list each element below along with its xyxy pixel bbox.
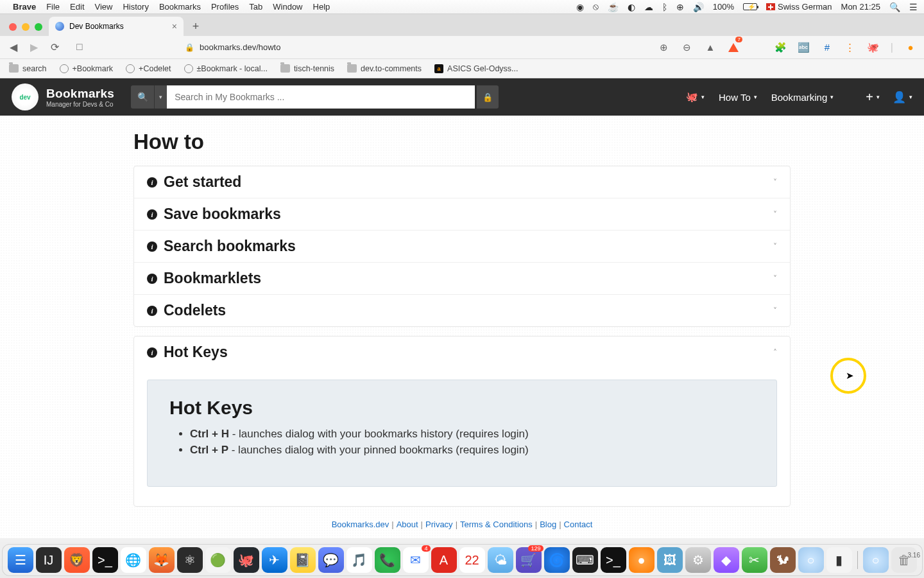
dock-app[interactable]: 🗑 [891,547,917,573]
bookmark-star-icon[interactable]: ☐ [76,42,83,52]
search-scope-dropdown[interactable]: ▾ [154,85,167,109]
reload-button[interactable]: ⟳ [49,42,60,53]
address-bar[interactable]: ☐ 🔒 bookmarks.dev/howto [69,42,649,52]
accordion-header[interactable]: iBookmarklets˅ [134,263,790,294]
dock-app[interactable]: ⚙ [685,547,711,573]
extension-icon[interactable]: # [821,42,833,53]
dock-app[interactable]: 🐿 [770,547,796,573]
accordion-header[interactable]: iSearch bookmarks˅ [134,231,790,262]
bluetooth-icon[interactable]: ᛒ [662,2,667,12]
menuextra-icon[interactable]: ◐ [628,2,635,12]
dock-app[interactable]: ⚛ [177,547,203,573]
menu-window[interactable]: Window [273,2,302,12]
brave-rewards-icon[interactable]: ▲ [705,42,716,53]
footer-link[interactable]: Privacy [425,520,453,529]
zoom-window-icon[interactable] [35,23,42,31]
menu-history[interactable]: History [123,2,148,12]
add-to-icon[interactable]: ⊕ [658,42,670,53]
accordion-header[interactable]: iSave bookmarks˅ [134,198,790,230]
footer-link[interactable]: Bookmarks.dev [332,520,389,529]
volume-icon[interactable]: 🔊 [693,2,704,12]
howto-dropdown[interactable]: How To▾ [719,92,757,103]
dock-app[interactable]: ● [629,547,654,573]
wifi-icon[interactable]: ⊕ [676,2,684,12]
dock-app[interactable]: >_ [92,547,118,573]
dock-app[interactable]: ✉4 [403,547,429,573]
close-tab-icon[interactable]: × [172,21,177,31]
dock-app[interactable]: ✂ [742,547,767,573]
dock-app[interactable]: 📓 [290,547,316,573]
search-input[interactable] [167,85,475,109]
brand[interactable]: dev Bookmarks Manager for Devs & Co [12,83,114,110]
dock-app[interactable]: 🐙 [234,547,259,573]
extension-icon[interactable]: 🐙 [868,42,879,53]
menu-help[interactable]: Help [313,2,330,12]
docker-icon[interactable]: ☕ [608,2,619,12]
zoom-icon[interactable]: ⊖ [681,42,693,53]
extension-icon[interactable]: 🔤 [798,42,810,53]
dock-app[interactable]: 🌤 [488,547,513,573]
dock-app[interactable]: 🎵 [346,547,372,573]
accordion-header-hotkeys[interactable]: i Hot Keys ˄ [134,337,790,368]
minimize-window-icon[interactable] [22,23,30,31]
dock-app[interactable]: 💬 [318,547,344,573]
dock-app[interactable]: ○ [798,547,824,573]
menu-file[interactable]: File [46,2,60,12]
dock-app[interactable]: ⌨ [572,547,598,573]
clock[interactable]: Mon 21:25 [841,2,880,12]
menu-edit[interactable]: Edit [70,2,84,12]
new-tab-button[interactable]: + [187,18,204,35]
dock-app[interactable]: 🖼 [657,547,683,573]
dock-app[interactable]: ☰ [8,547,33,573]
menuextra-icon[interactable]: ☁ [644,2,653,12]
profile-icon[interactable]: ● [905,42,916,53]
footer-link[interactable]: About [397,520,418,529]
bookmarking-dropdown[interactable]: Bookmarking▾ [771,92,834,103]
back-button[interactable]: ◀ [8,42,19,53]
github-link[interactable]: 🐙▾ [686,91,705,103]
dock-app[interactable]: 🦊 [149,547,175,573]
dock-app[interactable]: A [431,547,457,573]
dock-app[interactable]: IJ [36,547,62,573]
dock-app[interactable]: 22 [459,547,485,573]
input-source[interactable]: Swiss German [766,2,832,12]
dock-app[interactable]: ○ [863,547,889,573]
dock-app[interactable]: ◆ [714,547,739,573]
bookmark-item[interactable]: tisch-tennis [280,64,334,73]
bookmark-item[interactable]: +Codelet [126,64,171,73]
bookmark-item[interactable]: +Bookmark [60,64,114,73]
dock-app[interactable]: 🛒129 [516,547,542,573]
browser-tab[interactable]: Dev Bookmarks × [49,17,184,36]
footer-link[interactable]: Blog [540,520,556,529]
menu-view[interactable]: View [95,2,113,12]
dock-app[interactable]: ✈ [262,547,287,573]
dock-app[interactable]: 🌐 [121,547,146,573]
bookmark-item[interactable]: search [9,64,47,73]
menu-profiles[interactable]: Profiles [211,2,239,12]
dock-app[interactable]: 🦁 [64,547,90,573]
dock-app[interactable]: >_ [601,547,626,573]
extension-icon[interactable]: ⋮ [844,42,856,53]
accordion-header[interactable]: iGet started˅ [134,166,790,198]
footer-link[interactable]: Contact [564,520,593,529]
footer-link[interactable]: Terms & Conditions [460,520,533,529]
dock-app[interactable]: ▮ [826,547,852,573]
menu-tab[interactable]: Tab [249,2,262,12]
menu-bookmarks[interactable]: Bookmarks [159,2,201,12]
menuextra-icon[interactable]: ◉ [576,2,584,12]
dock-app[interactable]: 🟢 [205,547,231,573]
control-center-icon[interactable]: ☰ [909,2,918,12]
menuextra-icon[interactable]: ⦸ [593,1,599,12]
extension-icon[interactable]: 🧩 [775,42,787,53]
dock-app[interactable]: 📞 [375,547,400,573]
bookmark-item[interactable]: dev.to-comments [347,64,422,73]
accordion-header[interactable]: iCodelets˅ [134,295,790,326]
user-dropdown[interactable]: 👤▾ [893,91,912,104]
search-lock-button[interactable]: 🔒 [477,85,499,109]
close-window-icon[interactable] [9,23,17,31]
search-button[interactable]: 🔍 [131,85,154,109]
menubar-app-name[interactable]: Brave [13,2,36,12]
spotlight-icon[interactable]: 🔍 [889,2,900,12]
bookmark-item[interactable]: ±Bookmark - local... [184,64,268,73]
bookmark-item[interactable]: aASICS Gel-Odyss... [434,64,518,73]
